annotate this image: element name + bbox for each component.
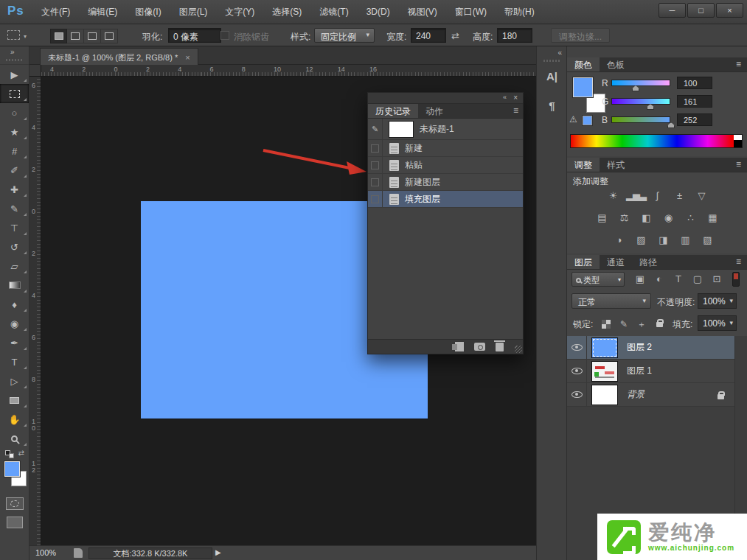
filter-type-layers-icon[interactable]: T (670, 273, 687, 284)
lock-pixels-icon[interactable]: ✎ (617, 318, 630, 330)
new-snapshot-camera-icon[interactable] (474, 343, 485, 351)
delete-state-trash-icon[interactable] (496, 343, 504, 351)
history-state-row[interactable]: 新建图层 (368, 174, 523, 191)
layer-thumbnail[interactable] (591, 385, 618, 405)
style-dropdown[interactable]: ▾固定比例 (314, 28, 375, 43)
panel-menu-icon[interactable]: ≡ (736, 159, 741, 169)
tab-layers[interactable]: 图层 (567, 255, 600, 269)
history-state-row[interactable]: 粘贴 (368, 157, 523, 174)
lasso-tool[interactable]: ○ (0, 103, 29, 122)
layer-visibility-toggle[interactable] (567, 360, 587, 382)
gradient-tool[interactable] (0, 276, 29, 295)
tool-preset-icon[interactable] (7, 30, 20, 40)
channel-value-input[interactable]: 161 (677, 95, 712, 108)
new-document-from-state-icon[interactable] (455, 342, 464, 351)
selection-intersect-button[interactable] (101, 29, 118, 43)
move-tool[interactable]: ▶ (0, 65, 29, 84)
menu-filter[interactable]: 滤镜(T) (310, 0, 357, 24)
tab-close-icon[interactable]: × (185, 53, 190, 62)
tab-paths[interactable]: 路径 (632, 255, 664, 269)
hand-tool[interactable]: ✋ (0, 410, 29, 429)
layer-row[interactable]: 图层 1 (567, 360, 734, 383)
filter-adjustment-layers-icon[interactable]: ◐ (651, 273, 667, 284)
eraser-tool[interactable]: ▱ (0, 256, 29, 276)
character-panel-icon[interactable]: A| (537, 70, 567, 83)
gamut-color-chip[interactable] (583, 116, 592, 125)
photo-filter-icon[interactable]: ◉ (659, 211, 677, 225)
quick-mask-button[interactable] (0, 494, 29, 513)
layer-row[interactable]: 背景 (567, 383, 734, 407)
threshold-icon[interactable]: ◨ (654, 233, 672, 248)
menu-layer[interactable]: 图层(L) (170, 0, 217, 24)
vibrance-icon[interactable]: ▽ (692, 189, 710, 203)
channel-mixer-icon[interactable]: ∴ (681, 211, 699, 225)
history-source-checkbox[interactable] (368, 140, 383, 156)
tab-actions[interactable]: 动作 (418, 104, 451, 118)
layer-row[interactable]: 图层 2 (567, 336, 734, 360)
foreground-color-swatch[interactable] (4, 461, 20, 477)
rectangular-marquee-tool[interactable] (0, 84, 29, 103)
filter-pixel-layers-icon[interactable]: ▣ (632, 273, 648, 284)
channel-slider-thumb[interactable] (632, 85, 639, 91)
gamut-warning-icon[interactable]: ⚠ (569, 114, 577, 125)
opacity-dropdown[interactable]: 100%▾ (698, 293, 737, 309)
panel-menu-icon[interactable]: ≡ (513, 105, 518, 116)
clone-stamp-tool[interactable]: ⊤ (0, 218, 29, 237)
lock-all-icon[interactable] (653, 318, 666, 330)
hue-saturation-icon[interactable]: ▤ (593, 211, 611, 225)
menu-3d[interactable]: 3D(D) (358, 0, 399, 24)
history-source-checkbox[interactable] (368, 174, 383, 190)
black-white-icon[interactable]: ◧ (637, 211, 655, 225)
width-input[interactable]: 240 (411, 28, 446, 43)
history-state-row[interactable]: 新建 (368, 140, 523, 157)
zoom-level-field[interactable]: 100% (35, 548, 56, 557)
swap-colors-icon[interactable]: ⇄ (18, 449, 24, 457)
collapse-left-icon[interactable]: « (557, 49, 562, 57)
menu-type[interactable]: 文字(Y) (216, 0, 263, 24)
crop-tool[interactable]: # (0, 141, 29, 161)
color-lookup-icon[interactable]: ▦ (703, 211, 721, 225)
brightness-contrast-icon[interactable]: ☀ (604, 189, 622, 203)
filter-shape-layers-icon[interactable]: ▢ (689, 273, 706, 284)
antialias-checkbox[interactable] (220, 31, 229, 40)
tab-styles[interactable]: 样式 (600, 158, 632, 172)
tab-color[interactable]: 颜色 (567, 57, 600, 71)
collapse-icon[interactable]: » (10, 48, 15, 56)
history-brush-tool[interactable]: ↺ (0, 237, 29, 256)
layer-filter-dropdown[interactable]: 类型▾ (571, 272, 625, 287)
invert-icon[interactable]: ◑ (610, 233, 628, 248)
minimize-button[interactable]: ─ (659, 3, 686, 18)
close-icon[interactable]: × (513, 94, 518, 102)
spot-healing-brush-tool[interactable]: ✚ (0, 180, 29, 199)
panel-menu-icon[interactable]: ≡ (736, 59, 741, 69)
history-source-checkbox[interactable] (368, 191, 383, 207)
color-spectrum-ramp[interactable] (570, 134, 743, 148)
panel-menu-icon[interactable]: ≡ (736, 256, 741, 267)
magic-wand-tool[interactable]: ★ (0, 122, 29, 141)
menu-window[interactable]: 窗口(W) (446, 0, 496, 24)
status-flyout-icon[interactable]: ▶ (215, 548, 221, 556)
history-state-row[interactable]: 填充图层 (368, 191, 523, 208)
swap-width-height-icon[interactable]: ⇄ (451, 30, 459, 41)
menu-edit[interactable]: 编辑(E) (79, 0, 126, 24)
pen-tool[interactable]: ✒ (0, 333, 29, 352)
levels-icon[interactable]: ▂▅▃ (626, 189, 644, 203)
color-balance-icon[interactable]: ⚖ (615, 211, 633, 225)
channel-value-input[interactable]: 100 (677, 77, 712, 89)
history-source-checkbox[interactable] (368, 157, 383, 173)
close-button[interactable]: × (716, 3, 743, 18)
gradient-map-icon[interactable]: ▥ (676, 233, 694, 248)
rectangle-tool[interactable] (0, 391, 29, 410)
menu-help[interactable]: 帮助(H) (496, 0, 543, 24)
tool-preset-arrow-icon[interactable]: ▾ (24, 33, 27, 40)
fill-dropdown[interactable]: 100%▾ (698, 315, 737, 331)
selection-subtract-button[interactable] (84, 29, 101, 43)
tab-history[interactable]: 历史记录 (368, 104, 418, 118)
menu-file[interactable]: 文件(F) (32, 0, 79, 24)
screen-mode-button[interactable] (0, 513, 29, 532)
menu-view[interactable]: 视图(V) (399, 0, 446, 24)
resize-grip-icon[interactable] (515, 346, 522, 353)
lock-transparency-icon[interactable] (600, 318, 613, 330)
eyedropper-tool[interactable]: ✐ (0, 161, 29, 180)
layer-thumbnail[interactable] (591, 337, 618, 358)
